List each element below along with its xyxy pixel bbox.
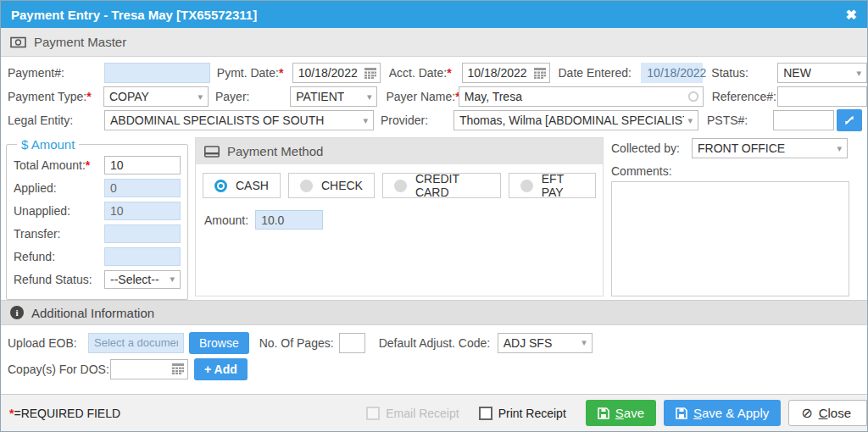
payment-method-panel: Payment Method CASH CHECK CREDIT CARD EF… <box>195 137 604 296</box>
payer-name-input[interactable] <box>459 86 704 107</box>
payment-master-form: Payment#: Pymt. Date:* Acct. Date:* Date… <box>1 57 867 132</box>
applied-label: Applied: <box>14 181 104 195</box>
acct-date-label: Acct. Date:* <box>389 66 462 80</box>
save-icon <box>598 407 609 419</box>
refund-label: Refund: <box>14 250 104 263</box>
copay-dos-row: Copay(s) For DOS: + Add <box>1 356 867 382</box>
print-receipt-checkbox[interactable]: Print Receipt <box>479 407 566 420</box>
transfer-input <box>104 224 181 243</box>
copay-dos-input[interactable] <box>110 359 188 379</box>
collected-by-dropdown[interactable]: FRONT OFFICE▾ <box>692 138 848 158</box>
total-amount-input[interactable] <box>104 156 181 174</box>
form-row-2: Payment Type:* COPAY▾ Payer: PATIENT▾ Pa… <box>1 85 867 108</box>
chevron-down-icon: ▾ <box>363 115 368 126</box>
date-entered-value: 10/18/2022 <box>641 63 703 83</box>
additional-info-title: Additional Information <box>31 306 154 320</box>
adjust-code-dropdown[interactable]: ADJ SFS▾ <box>498 333 593 353</box>
provider-label: Provider: <box>381 114 453 127</box>
chevron-down-icon: ▾ <box>837 143 842 154</box>
acct-date-field <box>462 63 550 83</box>
psts-expand-button[interactable] <box>837 109 862 131</box>
form-row-3: Legal Entity: ABDOMINAL SPECIALISTS OF S… <box>1 108 867 132</box>
comments-textarea[interactable] <box>611 181 849 296</box>
pages-input[interactable] <box>339 333 365 353</box>
radio-check[interactable]: CHECK <box>288 173 375 198</box>
refund-input <box>104 247 181 266</box>
transfer-label: Transfer: <box>14 227 104 241</box>
unapplied-input <box>104 202 181 220</box>
reference-input[interactable] <box>777 86 867 107</box>
middle-band: $ Amount Total Amount:* Applied: Unappli… <box>1 132 867 300</box>
applied-row: Applied: <box>14 176 181 199</box>
dialog-titlebar: Payment Entry - Tresa May [TX65572311] ✖ <box>1 1 867 28</box>
radio-selected-icon <box>214 180 227 192</box>
radio-cash[interactable]: CASH <box>203 173 281 198</box>
info-icon: i <box>10 306 24 319</box>
payer-name-field <box>459 86 704 107</box>
collected-by-label: Collected by: <box>611 141 692 155</box>
provider-dropdown[interactable]: Thomas, Wilma [ABDOMINAL SPECIALISTS O▾ <box>453 110 698 130</box>
amount-section: $ Amount Total Amount:* Applied: Unappli… <box>6 137 188 300</box>
payment-type-label: Payment Type:* <box>8 90 103 103</box>
required-field-note: *=REQUIRED FIELD <box>9 407 120 420</box>
applied-input <box>104 179 181 197</box>
payment-method-title: Payment Method <box>227 144 323 158</box>
payment-master-title: Payment Master <box>34 35 126 49</box>
psts-input[interactable] <box>773 110 834 130</box>
acct-date-input[interactable] <box>462 63 550 83</box>
required-marker: * <box>279 66 283 80</box>
amount-section-title: $ Amount <box>17 137 79 152</box>
chevron-down-icon: ▾ <box>856 68 861 79</box>
radio-unselected-icon <box>394 180 407 192</box>
chevron-down-icon: ▾ <box>170 274 175 285</box>
add-button[interactable]: + Add <box>194 358 248 380</box>
pages-label: No. Of Pages: <box>259 336 339 350</box>
diagonal-arrows-icon <box>844 115 854 125</box>
footer-actions: Email Receipt Print Receipt Save Save & … <box>366 400 867 426</box>
radio-credit-card[interactable]: CREDIT CARD <box>382 173 501 198</box>
upload-eob-input[interactable] <box>88 333 184 353</box>
copay-dos-field <box>110 359 188 379</box>
payment-master-header: Payment Master <box>1 28 867 57</box>
refund-status-row: Refund Status: --Select--▾ <box>14 268 181 291</box>
upload-eob-row: Upload EOB: Browse No. Of Pages: Default… <box>1 330 867 356</box>
collection-panel: Collected by: FRONT OFFICE▾ Comments: <box>611 137 862 299</box>
radio-unselected-icon <box>300 180 313 192</box>
status-label: Status: <box>711 66 777 80</box>
refund-status-dropdown[interactable]: --Select--▾ <box>104 270 181 289</box>
total-amount-label: Total Amount:* <box>14 158 104 172</box>
radio-credit-card-label: CREDIT CARD <box>415 172 489 199</box>
checkbox-icon <box>366 407 380 420</box>
pymt-date-input[interactable] <box>292 63 381 83</box>
date-entered-label: Date Entered: <box>559 66 642 80</box>
print-receipt-label: Print Receipt <box>498 407 566 420</box>
method-amount-label: Amount: <box>204 213 248 227</box>
close-button[interactable]: ⊘ Close <box>788 400 867 426</box>
browse-button[interactable]: Browse <box>189 332 249 354</box>
pymt-date-label: Pymt. Date:* <box>217 66 286 80</box>
cancel-icon: ⊘ <box>801 407 812 420</box>
legal-entity-dropdown[interactable]: ABDOMINAL SPECIALISTS OF SOUTH▾ <box>104 110 374 130</box>
save-button[interactable]: Save <box>586 400 656 426</box>
payment-number-label: Payment#: <box>8 66 104 80</box>
radio-unselected-icon <box>520 180 533 192</box>
credit-card-icon <box>204 146 220 158</box>
transfer-row: Transfer: <box>14 222 181 245</box>
payer-dropdown[interactable]: PATIENT▾ <box>290 86 377 107</box>
save-apply-button[interactable]: Save & Apply <box>664 400 781 426</box>
adjust-code-label: Default Adjust. Code: <box>379 336 498 350</box>
close-icon[interactable]: ✖ <box>846 7 857 23</box>
psts-label: PSTS#: <box>707 114 773 127</box>
status-dropdown[interactable]: NEW▾ <box>777 63 867 83</box>
radio-eft-pay[interactable]: EFT PAY <box>509 173 596 198</box>
method-amount-input[interactable] <box>255 210 323 230</box>
collected-by-row: Collected by: FRONT OFFICE▾ <box>611 137 862 159</box>
save-icon <box>676 407 687 419</box>
payment-method-header: Payment Method <box>196 138 603 164</box>
chevron-down-icon: ▾ <box>687 115 693 126</box>
payment-number-input[interactable] <box>104 63 210 83</box>
payer-label: Payer: <box>215 90 283 103</box>
chevron-down-icon: ▾ <box>198 91 203 102</box>
form-row-1: Payment#: Pymt. Date:* Acct. Date:* Date… <box>1 61 867 85</box>
payment-type-dropdown[interactable]: COPAY▾ <box>103 86 209 107</box>
